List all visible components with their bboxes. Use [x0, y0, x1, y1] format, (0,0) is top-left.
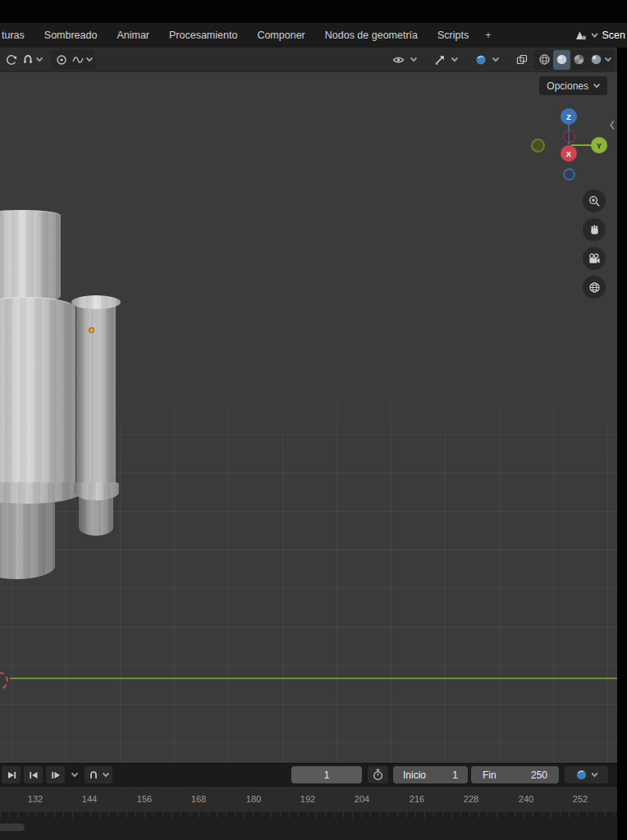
previous-keyframe-button[interactable] — [24, 766, 43, 783]
snap-icon — [21, 53, 34, 66]
shading-chevron-icon[interactable] — [605, 57, 611, 62]
gizmo-y-label: Y — [597, 141, 602, 150]
falloff-button[interactable] — [70, 50, 86, 70]
ruler-tick-label: 240 — [508, 794, 544, 804]
world-icon — [575, 769, 588, 781]
chevron-down-icon — [592, 33, 598, 38]
falloff-icon — [71, 53, 85, 66]
snap-chevron-icon — [103, 773, 109, 778]
show-gizmos-button[interactable] — [432, 50, 448, 70]
shading-rendered-icon — [589, 52, 603, 66]
gizmo-z-negative[interactable] — [563, 168, 575, 180]
model-thin-lower[interactable] — [79, 495, 113, 536]
model-upper-cylinder[interactable] — [0, 210, 61, 303]
auto-keying-button[interactable] — [368, 766, 388, 783]
falloff-chevron-icon[interactable] — [86, 57, 93, 62]
proportional-edit-icon — [55, 53, 68, 66]
options-dropdown-button[interactable]: Opciones — [539, 76, 607, 95]
stopwatch-icon — [372, 769, 384, 781]
current-frame-value: 1 — [324, 769, 330, 781]
ruler-tick-label: 144 — [71, 794, 108, 804]
sidebar-expand-button[interactable] — [609, 120, 616, 130]
scene-icon — [574, 29, 588, 42]
ruler-tick-label: 228 — [453, 794, 489, 804]
horizontal-scrollbar[interactable] — [0, 824, 25, 831]
gizmo-x-negative[interactable] — [563, 130, 575, 143]
timeline-snap-button[interactable] — [85, 766, 112, 783]
timeline-ruler[interactable]: 132 144 156 168 180 192 204 216 228 240 … — [0, 786, 617, 813]
model-mid-body[interactable] — [0, 297, 76, 486]
snap-options-chevron-icon[interactable] — [36, 57, 43, 62]
camera-view-button[interactable] — [583, 247, 606, 270]
gizmo-y-positive[interactable]: Y — [591, 137, 607, 153]
viewport-header — [0, 48, 617, 72]
zoom-icon — [588, 195, 601, 208]
grid-icon — [588, 281, 601, 294]
orientation-button[interactable] — [3, 50, 20, 70]
ruler-tick-label: 216 — [399, 794, 435, 804]
shading-rendered-button[interactable] — [588, 50, 605, 70]
workspace-tab-sombreado[interactable]: Sombreado — [34, 30, 108, 41]
gizmos-chevron-icon[interactable] — [451, 57, 458, 62]
model-lower-cylinder[interactable] — [0, 499, 55, 579]
workspace-tab-procesamiento[interactable]: Procesamiento — [159, 30, 247, 41]
ruler-tick-label: 252 — [562, 794, 598, 804]
model-thin-cylinder[interactable] — [76, 303, 116, 490]
next-keyframe-button[interactable] — [46, 766, 65, 783]
camera-icon — [588, 253, 601, 265]
toggle-xray-button[interactable] — [514, 50, 530, 70]
add-workspace-button[interactable]: + — [478, 30, 497, 41]
workspace-tab-nodos-geometria[interactable]: Nodos de geometría — [315, 30, 428, 41]
jump-to-endpoint-button[interactable] — [2, 766, 21, 783]
workspace-tab-texturas[interactable]: turas — [0, 30, 34, 41]
proportional-edit-button[interactable] — [53, 50, 70, 70]
proportional-edit-group — [51, 50, 95, 70]
ruler-tick-label: 204 — [344, 794, 380, 804]
frame-start-label: Inicio — [403, 769, 426, 781]
xray-icon — [515, 53, 529, 66]
workspace-tab-bar: turas Sombreado Animar Procesamiento Com… — [0, 23, 627, 48]
model-thin-cap[interactable] — [71, 295, 121, 309]
viewport-3d[interactable]: Z X Y — [0, 72, 617, 763]
window-chrome-area — [0, 0, 627, 23]
playback-chevron-icon[interactable] — [71, 773, 78, 778]
frame-start-field[interactable]: Inicio 1 — [393, 766, 468, 783]
gizmo-z-positive[interactable]: Z — [561, 108, 577, 125]
timeline-scroll-area — [0, 812, 617, 840]
chevron-left-icon — [609, 120, 616, 130]
shading-material-button[interactable] — [570, 50, 588, 70]
current-frame-field[interactable]: 1 — [291, 766, 362, 783]
frame-end-label: Fin — [483, 769, 497, 781]
overlays-chevron-icon[interactable] — [492, 57, 499, 62]
gizmo-x-positive[interactable]: X — [561, 145, 577, 162]
show-overlays-button[interactable] — [473, 50, 489, 70]
grid-view-button[interactable] — [583, 276, 606, 299]
shading-wireframe-icon — [538, 52, 551, 66]
gizmo-x-label: X — [566, 149, 571, 158]
frame-end-field[interactable]: Fin 250 — [471, 766, 559, 783]
object-visibility-button[interactable] — [390, 50, 407, 70]
y-axis-stem — [571, 144, 593, 146]
scene-selector[interactable]: Scen — [574, 29, 627, 42]
workspace-tab-componer[interactable]: Componer — [247, 30, 314, 41]
axis-gizmo[interactable]: Z X Y — [519, 103, 616, 185]
workspace-tab-scripts[interactable]: Scripts — [428, 30, 478, 41]
window-edge-strip — [617, 48, 627, 840]
frame-start-value: 1 — [452, 769, 458, 781]
shading-wireframe-button[interactable] — [536, 50, 553, 70]
shading-material-icon — [572, 52, 586, 66]
workspace-tab-animar[interactable]: Animar — [107, 30, 159, 41]
ruler-tick-label: 180 — [236, 794, 272, 804]
scene-world-button[interactable] — [565, 766, 608, 783]
ruler-tick-label: 132 — [17, 794, 53, 804]
visibility-chevron-icon[interactable] — [410, 57, 417, 62]
object-origin-dot — [89, 327, 94, 333]
snap-button[interactable] — [20, 50, 36, 70]
zoom-button[interactable] — [583, 189, 606, 212]
gizmo-y-negative[interactable] — [531, 139, 545, 153]
shading-solid-button[interactable] — [553, 50, 570, 70]
model-thin-flange[interactable] — [74, 482, 119, 500]
orientation-icon — [5, 53, 18, 66]
viewport-shading-group — [533, 50, 614, 70]
pan-button[interactable] — [583, 218, 606, 241]
